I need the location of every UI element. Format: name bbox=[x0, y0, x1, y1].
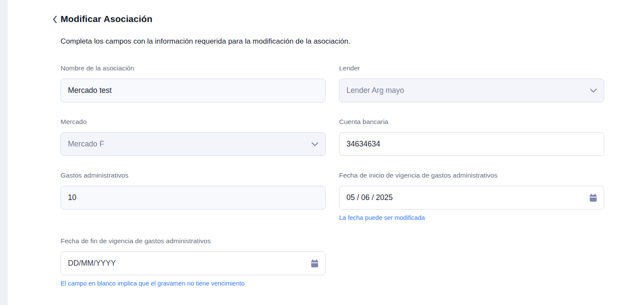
chevron-down-icon bbox=[311, 142, 318, 146]
lender-select[interactable]: Lender Arg mayo bbox=[339, 79, 604, 102]
field-nombre-asociacion: Nombre de la asociación bbox=[61, 64, 326, 102]
calendar-icon[interactable] bbox=[311, 259, 319, 268]
field-gastos-administrativos: Gastos administrativos bbox=[61, 172, 326, 222]
association-form: Nombre de la asociación Lender Lender Ar… bbox=[61, 64, 604, 287]
field-fecha-inicio: Fecha de inicio de vigencia de gastos ad… bbox=[339, 172, 604, 222]
fecha-inicio-input[interactable] bbox=[339, 186, 604, 210]
lender-label: Lender bbox=[339, 64, 604, 72]
chevron-down-icon bbox=[590, 89, 597, 93]
page-title: Modificar Asociación bbox=[61, 14, 152, 24]
field-lender: Lender Lender Arg mayo bbox=[339, 64, 604, 102]
field-fecha-fin: Fecha de fin de vigencia de gastos admin… bbox=[61, 237, 326, 287]
field-cuenta-bancaria: Cuenta bancaria bbox=[339, 118, 604, 156]
mercado-label: Mercado bbox=[61, 118, 326, 126]
chevron-left-icon bbox=[52, 15, 58, 24]
mercado-select-value: Mercado F bbox=[68, 140, 104, 149]
gastos-administrativos-label: Gastos administrativos bbox=[61, 172, 326, 179]
mercado-select[interactable]: Mercado F bbox=[61, 132, 326, 156]
fecha-fin-input[interactable] bbox=[61, 251, 326, 275]
field-mercado: Mercado Mercado F bbox=[61, 118, 326, 156]
page-description: Completa los campos con la información r… bbox=[61, 35, 381, 48]
page-header: Modificar Asociación bbox=[61, 13, 604, 25]
cuenta-bancaria-input[interactable] bbox=[339, 132, 604, 156]
fecha-fin-label: Fecha de fin de vigencia de gastos admin… bbox=[61, 237, 326, 245]
nombre-asociacion-label: Nombre de la asociación bbox=[61, 64, 326, 72]
fecha-inicio-hint: La fecha puede ser modificada bbox=[339, 214, 425, 222]
cuenta-bancaria-label: Cuenta bancaria bbox=[339, 118, 604, 126]
fecha-fin-hint: El campo en blanco implica que el gravam… bbox=[61, 280, 245, 287]
back-button[interactable] bbox=[52, 15, 58, 24]
calendar-icon[interactable] bbox=[589, 194, 597, 202]
fecha-inicio-label: Fecha de inicio de vigencia de gastos ad… bbox=[339, 172, 604, 179]
lender-select-value: Lender Arg mayo bbox=[346, 86, 404, 95]
gastos-administrativos-input[interactable] bbox=[61, 186, 326, 210]
nombre-asociacion-input[interactable] bbox=[61, 79, 326, 102]
main-content: Modificar Asociación Completa los campos… bbox=[0, 0, 644, 287]
